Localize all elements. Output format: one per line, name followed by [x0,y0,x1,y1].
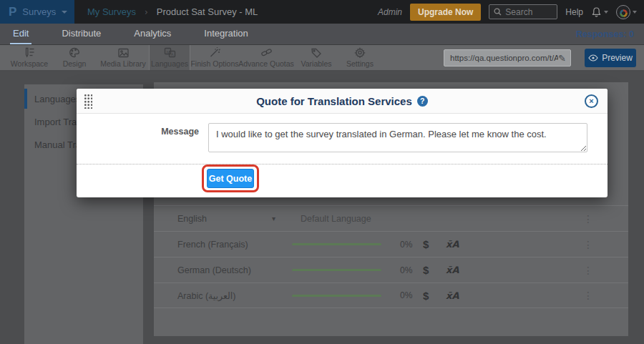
toolbar-media-library[interactable]: Media Library [97,45,149,70]
toolbar-workspace[interactable]: Workspace [7,45,52,70]
language-name: German (Deutsch) [177,257,251,282]
toolbar-variables[interactable]: Variables [293,45,339,70]
preview-label: Preview [602,53,633,63]
tab-distribute[interactable]: Distribute [59,24,104,44]
translation-progress-bar [292,257,381,282]
survey-nav-bar: Edit Distribute Analytics Integration Re… [0,24,644,44]
image-icon [117,48,130,58]
breadcrumb-my-surveys[interactable]: My Surveys [87,6,136,17]
header-right-cluster: Admin Upgrade Now Help [378,0,637,24]
palette-icon [69,47,80,58]
quote-icon[interactable]: $ [423,257,429,282]
responses-count: Responses: 0 [576,24,634,44]
avatar [616,5,630,19]
progress-percent: 0% [400,232,412,257]
table-row-english: English ▾ Default Language ⋮ [154,205,628,231]
toolbar-label: Design [63,59,87,68]
notifications-button[interactable] [591,6,608,18]
get-quote-button[interactable]: Get Quote [207,169,254,188]
toolbar-finish-options[interactable]: Finish Options [190,45,239,70]
account-menu-button[interactable] [616,5,637,19]
toolbar-advance-quotas[interactable]: Advance Quotas [239,45,293,70]
modal-title: Quote for Translation Services [256,95,412,107]
message-label: Message [148,127,199,137]
translate-icon[interactable]: x̄A [446,283,459,308]
magic-wand-icon [209,47,220,58]
breadcrumb-separator-icon: › [145,7,148,17]
languages-table: English ▾ Default Language ⋮ French (Fra… [154,205,628,308]
toolbar-label: Languages [151,59,188,68]
translation-progress-bar [292,232,381,257]
language-name[interactable]: English [177,206,207,231]
preview-button[interactable]: Preview [585,49,636,67]
translate-icon[interactable]: x̄A [446,257,459,282]
product-menu[interactable]: P Surveys [0,0,74,24]
quote-icon[interactable]: $ [423,283,429,308]
survey-url-box: ✎ [444,49,571,67]
toolbar-label: Finish Options [190,59,238,68]
translation-progress-bar [292,283,381,308]
message-textarea[interactable]: I would like to get the survey translate… [208,123,587,152]
progress-percent: 0% [400,283,412,308]
toolbar-languages[interactable]: x A Languages [149,45,190,70]
table-row-french: French (Français) 0% $ x̄A ⋮ [154,231,628,257]
eye-icon [588,54,598,62]
translate-icon: x A [164,47,176,58]
svg-text:A: A [170,52,173,56]
toolbar-label: Workspace [11,59,48,68]
search-input[interactable] [505,7,551,17]
row-menu-icon[interactable]: ⋮ [583,232,593,257]
breadcrumb-current-survey: Product Sat Survey - ML [157,6,258,17]
quote-translation-modal: Quote for Translation Services ? × Messa… [77,89,608,197]
gear-icon [354,47,366,58]
chevron-down-icon [633,11,637,14]
questionpro-logo-icon: P [9,6,16,18]
tab-analytics[interactable]: Analytics [131,24,174,44]
workspace-icon [24,47,36,58]
toolbar-label: Advance Quotas [238,59,294,68]
language-name: French (Français) [177,232,248,257]
table-row-german: German (Deutsch) 0% $ x̄A ⋮ [154,257,628,282]
toolbar-label: Variables [301,59,332,68]
toolbar-design[interactable]: Design [52,45,97,70]
search-box[interactable] [489,4,557,19]
survey-url-input[interactable] [450,54,558,62]
drag-handle-icon[interactable] [84,94,92,109]
language-name: Arabic (العربية) [177,283,235,308]
modal-header: Quote for Translation Services ? × [77,89,608,114]
chevron-down-icon [604,11,608,14]
default-language-tag: Default Language [301,206,371,231]
upgrade-now-button[interactable]: Upgrade Now [410,4,481,21]
sidebar-item-label: Languages [34,94,80,104]
progress-percent: 0% [400,257,412,282]
chevron-down-icon[interactable]: ▾ [272,206,275,231]
bell-icon [591,6,602,18]
row-menu-icon[interactable]: ⋮ [583,283,593,308]
chevron-down-icon [62,11,67,14]
quote-icon[interactable]: $ [423,232,429,257]
tab-integration[interactable]: Integration [201,24,250,44]
breadcrumb: My Surveys › Product Sat Survey - ML [87,0,258,24]
chain-link-icon [260,47,273,58]
help-icon[interactable]: ? [417,96,428,107]
close-icon[interactable]: × [585,94,598,108]
row-menu-icon[interactable]: ⋮ [583,206,593,231]
tab-edit[interactable]: Edit [10,24,31,44]
table-row-arabic: Arabic (العربية) 0% $ x̄A ⋮ [154,282,628,308]
product-menu-label: Surveys [22,6,56,17]
svg-text:x: x [166,49,168,54]
top-header: P Surveys My Surveys › Product Sat Surve… [0,0,644,24]
toolbar-label: Media Library [100,59,146,68]
search-icon [494,8,502,16]
help-link[interactable]: Help [565,7,583,17]
admin-label: Admin [378,7,402,17]
toolbar-settings[interactable]: Settings [339,45,381,70]
toolbar-label: Settings [346,59,374,68]
row-menu-icon[interactable]: ⋮ [583,257,593,282]
edit-url-icon[interactable]: ✎ [558,53,566,64]
translate-icon[interactable]: x̄A [446,232,459,257]
footer-divider [77,164,608,164]
tag-icon [311,47,322,58]
